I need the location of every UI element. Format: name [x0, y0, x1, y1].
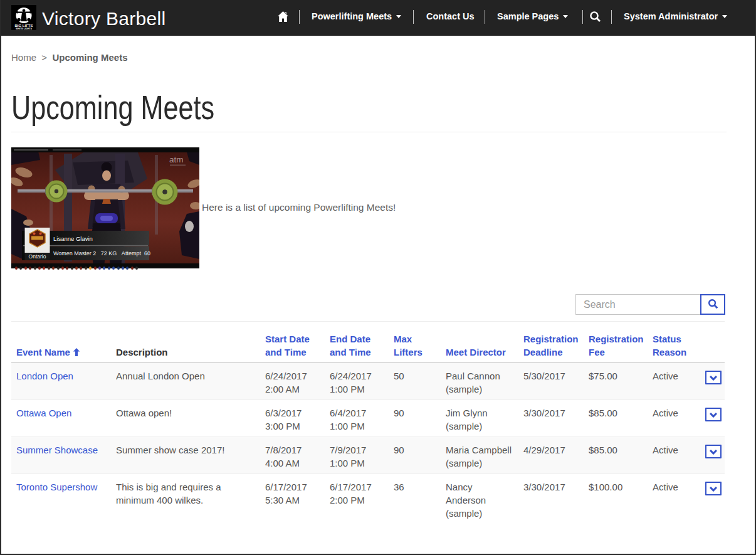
svg-text:atm: atm — [169, 155, 184, 164]
svg-text:Lisanne Glavin: Lisanne Glavin — [53, 235, 93, 242]
svg-text:Women Master 2 72 KG Attem: Women Master 2 72 KG Attempt 60 — [53, 250, 150, 256]
svg-text:BIG LIFTS: BIG LIFTS — [15, 24, 33, 28]
svg-text:Ontario: Ontario — [29, 253, 46, 260]
svg-text:WHITE LIGHTS: WHITE LIGHTS — [16, 28, 32, 30]
